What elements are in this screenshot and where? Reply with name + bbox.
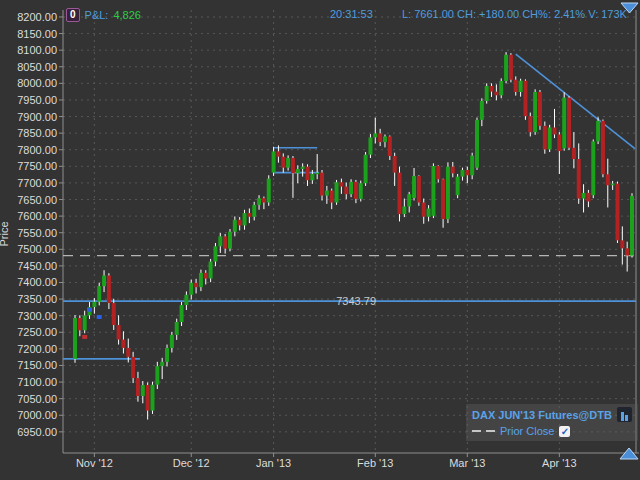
svg-text:7350.00: 7350.00 — [17, 293, 57, 305]
svg-text:7700.00: 7700.00 — [17, 177, 57, 189]
trade-marker-red[interactable] — [82, 335, 87, 339]
candle — [136, 378, 140, 396]
candle — [281, 157, 285, 168]
candle — [436, 166, 440, 179]
candle — [378, 133, 382, 142]
svg-text:7150.00: 7150.00 — [17, 359, 57, 371]
candle — [407, 194, 411, 206]
candle — [388, 136, 392, 156]
candle — [359, 183, 363, 199]
quote-summary: L: 7661.00 CH: +180.00 CH%: 2.41% V: 173… — [402, 8, 627, 20]
candle — [141, 385, 145, 396]
candle — [601, 121, 605, 174]
candle — [523, 81, 527, 117]
candle — [204, 273, 208, 279]
candle — [562, 98, 566, 149]
candle — [83, 315, 87, 330]
candle — [78, 318, 82, 330]
y-axis-title: Price — [0, 221, 10, 246]
candle — [213, 246, 217, 261]
svg-text:Nov '12: Nov '12 — [76, 457, 113, 469]
svg-text:7100.00: 7100.00 — [17, 376, 57, 388]
candle — [117, 325, 121, 340]
candle — [170, 335, 174, 348]
candle — [470, 156, 474, 176]
pl-value: 4,826 — [113, 9, 141, 21]
candle — [596, 121, 600, 142]
trade-marker-blue[interactable] — [87, 308, 92, 312]
candle — [102, 276, 106, 287]
svg-text:7450.00: 7450.00 — [17, 260, 57, 272]
candle — [73, 318, 77, 359]
candle — [150, 385, 154, 411]
candle — [189, 283, 193, 295]
pl-label: P&L: — [85, 9, 109, 21]
candle — [465, 170, 469, 175]
svg-text:8050.00: 8050.00 — [17, 61, 57, 73]
candle — [228, 232, 232, 249]
svg-text:8100.00: 8100.00 — [17, 44, 57, 56]
svg-text:6950.00: 6950.00 — [17, 426, 57, 438]
candle — [262, 198, 266, 202]
candle — [553, 127, 557, 134]
trade-marker-blue[interactable] — [97, 315, 102, 319]
candle — [325, 191, 329, 196]
legend-symbol[interactable]: DAX JUN'13 Futures@DTB — [472, 409, 612, 421]
candle — [301, 167, 305, 169]
candle — [422, 203, 426, 217]
candlestick-chart-icon[interactable] — [617, 407, 632, 422]
svg-text:Feb '13: Feb '13 — [357, 457, 393, 469]
candle — [233, 220, 237, 232]
candle — [339, 182, 343, 186]
candle — [528, 116, 532, 132]
candle — [131, 357, 135, 378]
svg-text:7900.00: 7900.00 — [17, 111, 57, 123]
svg-text:7200.00: 7200.00 — [17, 343, 57, 355]
candle — [146, 385, 150, 411]
candle — [431, 166, 435, 216]
candle — [504, 55, 508, 81]
svg-text:7250.00: 7250.00 — [17, 326, 57, 338]
candle — [286, 158, 290, 168]
candle — [499, 81, 503, 95]
candle — [490, 86, 494, 92]
candle — [620, 240, 624, 248]
prior-close-line-sample — [472, 430, 481, 432]
svg-text:7750.00: 7750.00 — [17, 160, 57, 172]
candle — [582, 193, 586, 199]
legend: DAX JUN'13 Futures@DTB Prior Close — [466, 404, 638, 441]
candle — [533, 92, 537, 132]
candle — [243, 213, 247, 225]
candle — [630, 196, 634, 256]
candle — [460, 170, 464, 177]
candle — [92, 302, 96, 307]
candle — [194, 283, 198, 287]
candle — [354, 182, 358, 199]
candle — [509, 55, 513, 80]
svg-text:Apr '13: Apr '13 — [542, 457, 577, 469]
candle — [97, 286, 101, 302]
candle — [320, 173, 324, 196]
candle — [519, 81, 523, 92]
candle — [557, 134, 561, 151]
prior-close-checkbox[interactable] — [559, 426, 570, 437]
svg-text:7550.00: 7550.00 — [17, 227, 57, 239]
candle — [475, 120, 479, 168]
position-badge[interactable]: 0 — [66, 8, 80, 22]
candle — [412, 176, 416, 198]
prior-close-label: Prior Close — [500, 425, 554, 437]
svg-text:7600.00: 7600.00 — [17, 210, 57, 222]
pl-group: 0 P&L: 4,826 — [66, 8, 141, 22]
svg-text:7800.00: 7800.00 — [17, 144, 57, 156]
candle — [296, 169, 300, 173]
candle — [451, 167, 455, 174]
svg-text:Jan '13: Jan '13 — [256, 457, 291, 469]
candle — [383, 136, 387, 142]
candle — [625, 248, 629, 255]
svg-text:8150.00: 8150.00 — [17, 28, 57, 40]
axis-labels: 8200.008150.008100.008050.008000.007950.… — [17, 11, 576, 469]
hline-price-label: 7343.79 — [330, 295, 376, 307]
candle — [402, 206, 406, 214]
clock: 20:31:53 — [330, 8, 373, 20]
candle — [480, 101, 484, 120]
